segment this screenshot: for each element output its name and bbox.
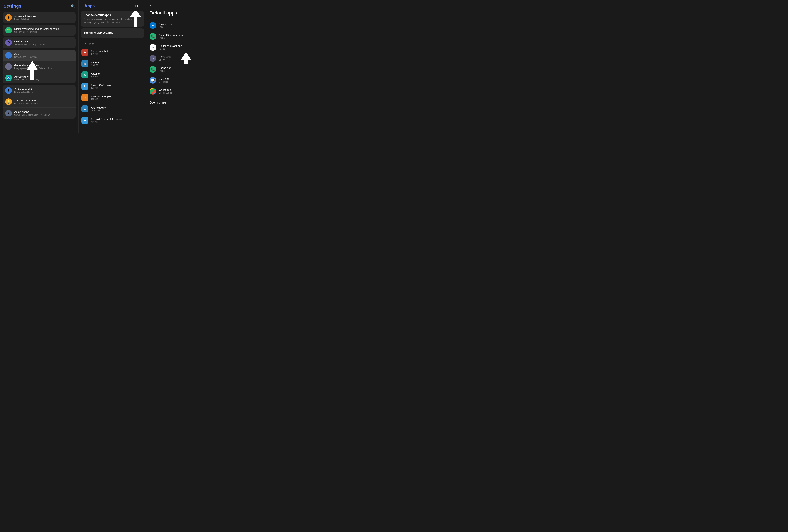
digital-wellbeing-subtitle: Screen time · App timers xyxy=(14,31,73,33)
android-auto-name: Android Auto xyxy=(91,106,106,109)
accessibility-title: Accessibility xyxy=(14,75,73,78)
software-update-icon: ⬇ xyxy=(5,87,12,94)
settings-item-software-update[interactable]: ⬇ Software update Download and install xyxy=(3,85,76,96)
default-app-home[interactable]: ⌂ Home app One UI Home xyxy=(150,53,194,64)
phone-app-name: Phone app xyxy=(159,66,194,70)
app-item-android-auto[interactable]: ▲ Android Auto 85.33 MB xyxy=(79,103,146,115)
tips-icon: 💡 xyxy=(5,98,12,105)
app-item-alwayson[interactable]: L AlwaysOnDisplay 175 MB xyxy=(79,81,146,92)
default-app-browser[interactable]: e Browser app Edge xyxy=(150,20,194,31)
settings-group-2: 🌱 Digital Wellbeing and parental control… xyxy=(3,24,76,36)
android-intelligence-icon: ◆ xyxy=(81,117,88,124)
settings-item-about-phone[interactable]: ℹ About phone Status · Legal information… xyxy=(3,107,76,119)
about-phone-subtitle: Status · Legal information · Phone name xyxy=(14,114,73,116)
settings-group-1: ⚙ Advanced features Labs · Side button xyxy=(3,12,76,23)
device-care-icon: 🛡 xyxy=(5,39,12,46)
svg-marker-1 xyxy=(130,11,141,27)
apps-title: Apps xyxy=(14,53,73,55)
tips-subtitle: Useful tips · New features xyxy=(14,102,73,105)
apps-subtitle: Default apps • ··· settings xyxy=(14,56,73,58)
aicore-name: AICore xyxy=(91,61,99,64)
software-update-subtitle: Download and install xyxy=(14,91,73,94)
accessibility-icon: ♿ xyxy=(5,75,12,81)
browser-app-name: Browser app xyxy=(159,22,194,25)
default-app-phone[interactable]: 📞 Phone app Phone xyxy=(150,64,194,75)
apps-header: ‹ Apps ⊟ ⋮ xyxy=(79,0,146,11)
app-item-aicore[interactable]: 🤖 AICore 4.09 GB xyxy=(79,58,146,70)
settings-item-accessibility[interactable]: ♿ Accessibility Vision · Hearing · Dexte… xyxy=(3,72,76,83)
browser-app-value: Edge xyxy=(159,26,194,28)
app-item-amazon[interactable]: a Amazon Shopping 179 MB xyxy=(79,92,146,103)
app-item-airtable[interactable]: A Airtable 125 MB xyxy=(79,70,146,81)
general-management-title: General management xyxy=(14,64,73,67)
airtable-name: Airtable xyxy=(91,72,100,75)
amazon-name: Amazon Shopping xyxy=(91,95,112,98)
wallet-app-name: Wallet app xyxy=(159,88,194,91)
caller-id-name: Caller ID & spam app xyxy=(159,34,194,36)
settings-group-4: ⋯ Apps Default apps • ··· settings ≡ Gen… xyxy=(3,50,76,83)
your-apps-label: Your apps (171) xyxy=(81,42,97,45)
device-care-subtitle: Storage · Memory · App protection xyxy=(14,43,73,46)
svg-marker-2 xyxy=(181,53,191,64)
default-app-digital-assistant[interactable]: G Digital assistant app Google xyxy=(150,42,194,53)
alwayson-icon: L xyxy=(81,83,88,90)
home-icon: ⌂ xyxy=(150,55,156,62)
software-update-title: Software update xyxy=(14,88,73,91)
app-item-adobe[interactable]: A Adobe Acrobat 151 MB xyxy=(79,47,146,58)
phone-app-icon: 📞 xyxy=(150,66,156,73)
settings-header: Settings 🔍 xyxy=(3,3,76,9)
tips-title: Tips and user guide xyxy=(14,99,73,102)
sort-apps-button[interactable]: ⇅ xyxy=(141,42,143,45)
settings-item-apps[interactable]: ⋯ Apps Default apps • ··· settings xyxy=(3,50,76,61)
default-app-caller-id[interactable]: 📞 Caller ID & spam app Phone xyxy=(150,31,194,42)
about-phone-icon: ℹ xyxy=(5,110,12,116)
device-care-title: Device care xyxy=(14,40,73,43)
default-apps-panel: ← Default apps e Browser app Edge 📞 Call… xyxy=(146,0,197,133)
digital-assistant-name: Digital assistant app xyxy=(159,44,194,47)
sms-app-value: Messages xyxy=(159,81,194,83)
digital-wellbeing-icon: 🌱 xyxy=(5,27,12,34)
aicore-size: 4.09 GB xyxy=(91,64,99,66)
settings-item-general-management[interactable]: ≡ General management Language and keyboa… xyxy=(3,61,76,72)
arrow-choose-default xyxy=(125,11,144,27)
advanced-features-subtitle: Labs · Side button xyxy=(14,18,73,21)
adobe-icon: A xyxy=(81,49,88,56)
apps-back-button[interactable]: ‹ xyxy=(81,4,83,8)
adobe-size: 151 MB xyxy=(91,53,108,55)
about-phone-title: About phone xyxy=(14,110,73,113)
app-item-android-intelligence[interactable]: ◆ Android System Intelligence 414 MB xyxy=(79,115,146,126)
settings-item-advanced-features[interactable]: ⚙ Advanced features Labs · Side button xyxy=(3,12,76,23)
apps-filter-button[interactable]: ⊟ xyxy=(135,4,138,8)
digital-assistant-icon: G xyxy=(150,44,156,51)
phone-app-value: Phone xyxy=(159,70,194,72)
settings-item-tips[interactable]: 💡 Tips and user guide Useful tips · New … xyxy=(3,96,76,107)
alwayson-size: 175 MB xyxy=(91,87,111,89)
airtable-size: 125 MB xyxy=(91,76,100,78)
settings-item-device-care[interactable]: 🛡 Device care Storage · Memory · App pro… xyxy=(3,37,76,48)
apps-more-button[interactable]: ⋮ xyxy=(140,4,143,8)
settings-group-3: 🛡 Device care Storage · Memory · App pro… xyxy=(3,37,76,48)
wallet-app-value: Google Wallet xyxy=(159,92,194,94)
caller-id-value: Phone xyxy=(159,37,194,39)
choose-default-apps-card[interactable]: Choose default apps Choose which apps to… xyxy=(81,11,144,27)
default-apps-title: Default apps xyxy=(150,10,194,16)
settings-item-digital-wellbeing[interactable]: 🌱 Digital Wellbeing and parental control… xyxy=(3,24,76,36)
android-intelligence-size: 414 MB xyxy=(91,121,123,123)
digital-wellbeing-title: Digital Wellbeing and parental controls xyxy=(14,27,73,30)
samsung-app-settings-card[interactable]: Samsung app settings xyxy=(81,28,144,38)
general-management-icon: ≡ xyxy=(5,63,12,70)
sms-app-name: SMS app xyxy=(159,77,194,80)
default-app-wallet[interactable]: Wallet app Google Wallet xyxy=(150,86,194,97)
android-auto-size: 85.33 MB xyxy=(91,110,106,112)
search-button[interactable]: 🔍 xyxy=(71,4,75,8)
amazon-size: 179 MB xyxy=(91,98,112,101)
adobe-name: Adobe Acrobat xyxy=(91,50,108,53)
wallet-icon xyxy=(150,88,156,95)
apps-icon: ⋯ xyxy=(5,52,12,59)
sms-icon: 💬 xyxy=(150,77,156,84)
opening-links-title: Opening links xyxy=(150,100,194,106)
default-apps-back-button[interactable]: ← xyxy=(150,3,153,7)
advanced-features-title: Advanced features xyxy=(14,15,73,18)
amazon-icon: a xyxy=(81,94,88,101)
default-app-sms[interactable]: 💬 SMS app Messages xyxy=(150,75,194,86)
